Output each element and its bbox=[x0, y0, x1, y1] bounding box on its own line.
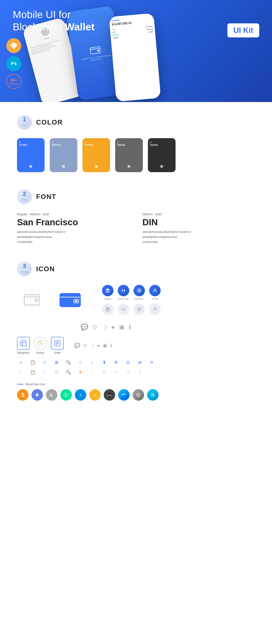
blockchain-line bbox=[17, 384, 24, 384]
history-label: History bbox=[36, 351, 44, 354]
dash-coin: D bbox=[75, 389, 86, 401]
color-card-blue: #3574FA bbox=[17, 138, 44, 172]
check-gray-icon: ✓ bbox=[41, 368, 48, 376]
svg-point-34 bbox=[152, 394, 154, 396]
plus-gray-icon: ＋ bbox=[17, 368, 25, 376]
color-dot-blue bbox=[29, 165, 32, 168]
search-gray-icon: 🔍 bbox=[64, 368, 72, 376]
sf-style-label: Regular · Medium · Bold bbox=[17, 212, 130, 216]
hero-title-bold: Wallet bbox=[65, 21, 94, 32]
crescent-icon: ☽ bbox=[102, 324, 107, 330]
icon-title: ICON bbox=[36, 265, 55, 273]
chat-icon: ▣ bbox=[119, 324, 124, 330]
hero-section: Mobile UI for Blockchain Wallet UI Kit P… bbox=[0, 0, 272, 102]
management-label: Mangment bbox=[18, 351, 30, 354]
font-sf: Regular · Medium · Bold San Francisco AB… bbox=[17, 212, 130, 244]
small-icons-blue-row: ＋ 📋 ✓ ⊞ 🔍 ☆ ‹ ⬆ ⚙ ⊡ ⇄ ✕ bbox=[17, 358, 255, 366]
blockchain-label: BlockChain Icon bbox=[17, 382, 255, 386]
chat-sm-icon: 💬 bbox=[74, 343, 80, 348]
hero-title-normal: Mobile UI for Blockchain bbox=[13, 9, 70, 32]
qr-icon: ⊞ bbox=[53, 358, 60, 366]
share-icon: ⬆ bbox=[100, 358, 108, 366]
crypto-row: ₿ Ł N D Z IOTA bbox=[17, 389, 255, 401]
icon-profile: Profile bbox=[149, 285, 161, 300]
svg-text:N: N bbox=[66, 394, 67, 396]
wallet-solid bbox=[55, 285, 85, 314]
plus-icon: ＋ bbox=[17, 358, 25, 366]
font-title: FONT bbox=[36, 193, 56, 201]
order-icon bbox=[51, 337, 64, 350]
blockchain-text: BlockChain Icon bbox=[26, 382, 46, 386]
search-icon: 🔍 bbox=[64, 358, 72, 366]
icon-section: 3 THREE ICON bbox=[0, 253, 272, 409]
sketch-badge bbox=[6, 38, 21, 53]
color-code-gray: #666666 bbox=[117, 141, 125, 146]
wallet-wireframe-wrapper bbox=[17, 285, 47, 314]
waves-coin bbox=[118, 389, 130, 401]
circle-icon: ● bbox=[111, 324, 115, 330]
font-section-num: 2 TWO bbox=[17, 189, 32, 204]
ltc-coin: Ł bbox=[46, 389, 58, 401]
color-card-gray: #666666 bbox=[115, 138, 143, 172]
arrow-gray-icon: ⇄ bbox=[100, 368, 108, 376]
divider bbox=[17, 378, 255, 378]
assets-icon bbox=[102, 285, 114, 296]
speech-icon: 💬 bbox=[81, 324, 88, 330]
layers-icon: ⊙ bbox=[92, 324, 97, 330]
color-dot-gray bbox=[128, 165, 130, 168]
svg-point-12 bbox=[138, 308, 140, 310]
sf-name: San Francisco bbox=[17, 217, 130, 228]
assets-gray-icon bbox=[102, 304, 114, 315]
ps-badge: Ps bbox=[6, 56, 21, 71]
upload-icon: ⊡ bbox=[124, 358, 132, 366]
color-code-gray-blue: #8DA0C8 bbox=[52, 141, 61, 146]
colored-icons-row-bottom bbox=[102, 304, 161, 315]
neo-coin: N bbox=[60, 389, 72, 401]
color-card-orange: #F5A623 bbox=[82, 138, 110, 172]
discover-icon bbox=[134, 285, 145, 296]
exchange-label: Exchange bbox=[118, 298, 129, 300]
chevron-left-icon: ‹ bbox=[88, 358, 96, 366]
info-gray-icon: ℹ bbox=[136, 368, 144, 376]
redo-gray-icon: ↷ bbox=[124, 368, 132, 376]
icon-section-header: 3 THREE ICON bbox=[17, 262, 255, 276]
discover-label: Discover bbox=[135, 298, 144, 300]
btc-coin: ₿ bbox=[17, 389, 28, 401]
utility-icons: 💬 ⊙ ☽ ● ▣ ℹ bbox=[74, 343, 112, 348]
sf-nums: 1234567890 bbox=[17, 240, 130, 244]
colored-icons-row-top: Assets Exchange Discover bbox=[102, 285, 161, 300]
din-style-label: Medium · Bold bbox=[142, 212, 255, 216]
profile-gray-icon bbox=[149, 304, 161, 315]
svg-text:Z: Z bbox=[94, 394, 96, 396]
color-code-orange: #F5A623 bbox=[84, 141, 93, 146]
din-name: DIN bbox=[142, 217, 255, 228]
svg-marker-22 bbox=[37, 393, 39, 396]
color-code-blue: #3574FA bbox=[19, 141, 28, 146]
color-num-digit: 1 bbox=[23, 116, 26, 122]
small-icons-gray-row: ＋ 📋 ✓ ⊞ 🔍 ★ ‹ ⇄ ✕ ↷ ℹ bbox=[17, 368, 255, 376]
profile-label: Profile bbox=[152, 298, 158, 300]
color-dot-dark bbox=[160, 165, 163, 168]
iota-coin: IOTA bbox=[104, 389, 115, 401]
sf-lower: abcdefghijklmnopqrstuvwxyz bbox=[17, 234, 130, 239]
hero-title: Mobile UI for Blockchain Wallet bbox=[13, 8, 119, 33]
order-label: Order bbox=[54, 351, 61, 354]
din-upper: ABCDEFGHIJKLMNOPQRSTUVWXYZ bbox=[142, 230, 255, 234]
svg-point-7 bbox=[76, 300, 77, 302]
color-num-label: ONE bbox=[22, 124, 27, 127]
svg-rect-14 bbox=[20, 340, 26, 346]
gear-icon: ⚙ bbox=[112, 358, 120, 366]
icon-assets: Assets bbox=[102, 285, 114, 300]
close-icon: ✕ bbox=[148, 358, 156, 366]
misc-icons-row: 💬 ⊙ ☽ ● ▣ ℹ bbox=[17, 324, 255, 330]
font-din: Medium · Bold DIN ABCDEFGHIJKLMNOPQRSTUV… bbox=[142, 212, 255, 244]
swap-icon: ⇄ bbox=[136, 358, 144, 366]
crescent-sm-icon: ☽ bbox=[90, 343, 94, 348]
icon-num-digit: 3 bbox=[23, 263, 26, 269]
screens-label: Screens bbox=[9, 82, 18, 85]
font-num-digit: 2 bbox=[23, 191, 26, 197]
chevron-gray-icon: ‹ bbox=[88, 368, 96, 376]
colored-icons-group: Assets Exchange Discover bbox=[102, 285, 161, 315]
powr-coin bbox=[147, 389, 158, 401]
history-icon bbox=[34, 337, 47, 350]
